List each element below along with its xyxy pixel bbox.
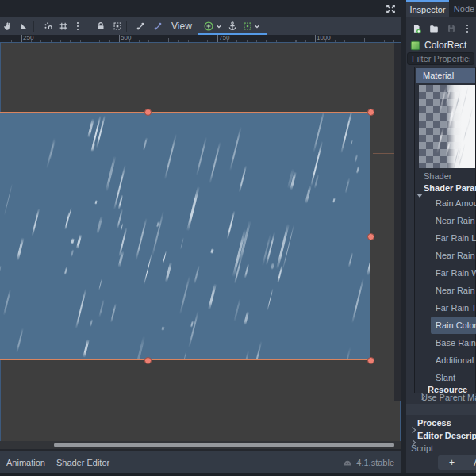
param-label: Far Rain Trans	[436, 303, 476, 313]
save-resource-icon[interactable]	[444, 22, 459, 35]
shader-param-row[interactable]: Near Rain Leng	[415, 212, 476, 229]
shader-param-row[interactable]: Far Rain Lengt	[415, 229, 476, 247]
rain-streak	[321, 357, 334, 360]
rain-streak	[351, 278, 364, 322]
rain-streak	[271, 263, 274, 270]
rain-streak	[106, 155, 117, 192]
smart-snap-icon[interactable]	[41, 20, 56, 33]
shader-param-row-selected[interactable]: Rain Color	[431, 317, 476, 334]
load-resource-folder-icon[interactable]	[427, 22, 441, 35]
material-preview[interactable]	[419, 85, 475, 168]
shader-params-section-header[interactable]: Shader Param	[424, 183, 476, 193]
canvas-viewport[interactable]	[0, 42, 401, 449]
bottom-panel-bar: Animation Shader Editor 4.1.stable	[0, 451, 401, 473]
selection-handle-top-right[interactable]	[367, 109, 374, 116]
rain-streak	[163, 251, 167, 263]
rain-streak	[98, 278, 102, 290]
horizontal-scrollbar[interactable]	[0, 441, 401, 449]
shader-editor-panel-toggle[interactable]: Shader Editor	[56, 458, 109, 467]
animation-panel-toggle[interactable]: Animation	[6, 458, 45, 467]
rain-streak	[194, 265, 199, 284]
shader-property-label[interactable]: Shader	[424, 171, 451, 181]
group-node-icon[interactable]	[110, 20, 125, 33]
shader-param-row[interactable]: Additional Rai	[415, 351, 476, 369]
tab-inspector[interactable]: Inspector	[406, 0, 449, 17]
param-label: Near Rain Tra	[436, 286, 476, 295]
rain-streak	[117, 194, 122, 209]
rain-streak	[243, 311, 248, 325]
rain-streak	[110, 303, 117, 323]
selection-handle-top[interactable]	[144, 109, 152, 116]
rain-streak	[16, 237, 24, 261]
rain-streak	[70, 249, 73, 257]
rain-streak	[46, 138, 55, 169]
rain-streak	[210, 248, 213, 254]
plus-icon: +	[449, 457, 455, 468]
shader-param-row[interactable]: Far Rain Width	[415, 264, 476, 282]
filter-properties-input[interactable]	[407, 52, 474, 65]
param-label: Near Rain Wid	[436, 251, 476, 260]
toolbar-separator	[86, 21, 86, 32]
shader-param-row[interactable]: Slant	[415, 369, 476, 386]
rain-streak	[267, 288, 274, 310]
shader-param-row[interactable]: Near Rain Wid	[415, 247, 476, 264]
rain-streak	[209, 142, 221, 184]
shader-param-row[interactable]: Base Rain Spe	[415, 334, 476, 351]
param-label: Far Rain Width	[436, 268, 476, 278]
preview-streak	[438, 86, 446, 114]
rain-streak	[238, 350, 250, 360]
dock-splitter[interactable]	[401, 17, 406, 476]
rain-streak	[282, 224, 295, 271]
shader-param-row[interactable]: Far Rain Trans	[415, 299, 476, 317]
skeleton-options-icon[interactable]	[151, 20, 165, 33]
new-resource-icon[interactable]	[409, 22, 424, 35]
param-label: Rain Color	[436, 321, 476, 330]
rain-streak	[239, 166, 248, 193]
vertical-scrollbar[interactable]	[394, 43, 401, 401]
grid-snap-icon[interactable]	[56, 20, 71, 33]
expand-viewport-icon[interactable]	[383, 2, 397, 15]
material-section-header[interactable]: Material	[416, 68, 475, 83]
version-info[interactable]: 4.1.stable	[343, 451, 394, 473]
rain-streak	[99, 299, 106, 317]
preview-streak	[459, 143, 466, 167]
canvas-toolbar: View	[0, 17, 401, 35]
param-label: Near Rain Leng	[436, 216, 476, 225]
selection-handle-bottom[interactable]	[144, 357, 152, 364]
horizontal-scrollbar-thumb[interactable]	[54, 443, 394, 447]
skeleton-bone-icon[interactable]	[133, 20, 148, 33]
rain-streak	[344, 178, 349, 193]
version-label: 4.1.stable	[356, 458, 394, 467]
top-strip: Inspector Node	[0, 0, 476, 17]
rain-rect[interactable]	[0, 112, 370, 360]
view-menu-button[interactable]: View	[167, 19, 197, 33]
shader-param-row[interactable]: Near Rain Tra	[415, 282, 476, 299]
ruler-tool-icon[interactable]	[17, 20, 31, 33]
use-parent-materials-label[interactable]: Use Parent Mate	[421, 393, 476, 402]
chevron-down-icon[interactable]	[214, 20, 224, 33]
tab-node-label: Node	[454, 4, 474, 13]
lock-node-icon[interactable]	[94, 20, 108, 33]
rain-streak	[188, 310, 198, 347]
add-metadata-button[interactable]: + A	[438, 455, 476, 470]
material-section-label: Material	[423, 71, 454, 80]
selection-handle-bottom-right[interactable]	[367, 357, 374, 364]
process-section-header[interactable]: Process	[417, 418, 451, 428]
rain-streak	[207, 284, 216, 311]
param-label: Rain Amount	[436, 198, 476, 208]
tab-node[interactable]: Node	[451, 0, 476, 17]
snap-options-menu-icon[interactable]	[71, 20, 85, 33]
pan-tool-icon[interactable]	[1, 20, 15, 33]
inspector-dock: ColorRect Material Shader Shader Param R…	[406, 17, 476, 476]
horizontal-ruler[interactable]: 250 500 750 1000	[0, 35, 401, 42]
anchor-preset-icon[interactable]	[225, 20, 240, 33]
rain-streak	[179, 275, 190, 314]
shader-param-row[interactable]: Rain Amount	[415, 194, 476, 212]
script-property-label[interactable]: Script	[411, 443, 433, 453]
rain-streak	[143, 137, 148, 151]
chevron-down-icon[interactable]	[252, 20, 262, 33]
inspector-options-menu-icon[interactable]	[462, 22, 473, 35]
selection-handle-right[interactable]	[367, 233, 374, 240]
godot-version-icon	[343, 458, 352, 467]
editor-description-section-header[interactable]: Editor Descriptio	[417, 431, 476, 440]
